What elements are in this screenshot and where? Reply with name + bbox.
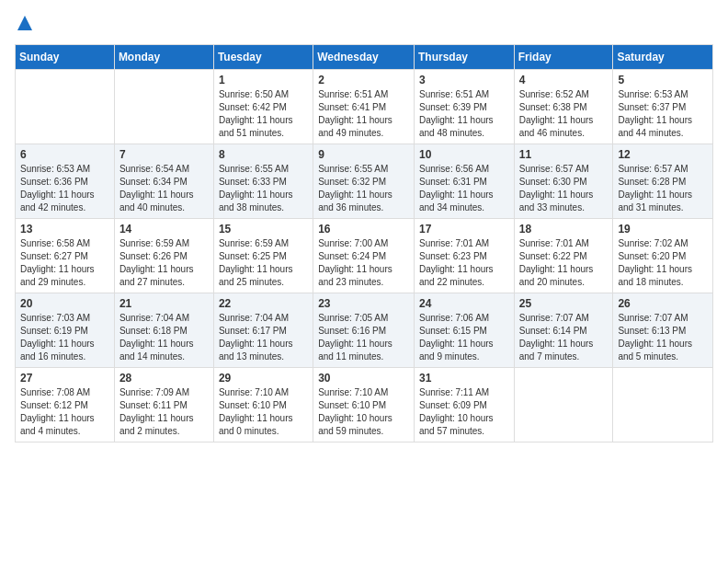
day-info: Sunrise: 6:52 AM Sunset: 6:38 PM Dayligh…: [519, 88, 609, 140]
day-info: Sunrise: 7:05 AM Sunset: 6:16 PM Dayligh…: [318, 312, 409, 363]
day-info: Sunrise: 7:10 AM Sunset: 6:10 PM Dayligh…: [219, 386, 308, 438]
calendar-cell: 29 Sunrise: 7:10 AM Sunset: 6:10 PM Dayl…: [213, 368, 313, 442]
logo: [15, 15, 33, 35]
day-number: 19: [618, 223, 708, 236]
day-info: Sunrise: 7:01 AM Sunset: 6:23 PM Dayligh…: [419, 237, 509, 289]
sunset: Sunset: 6:18 PM: [119, 326, 188, 336]
daylight: Daylight: 11 hours and 4 minutes.: [20, 413, 95, 436]
sunrise: Sunrise: 7:04 AM: [119, 313, 189, 323]
sunrise: Sunrise: 6:57 AM: [618, 164, 688, 174]
day-info: Sunrise: 6:57 AM Sunset: 6:30 PM Dayligh…: [519, 163, 609, 214]
calendar-cell: 14 Sunrise: 6:59 AM Sunset: 6:26 PM Dayl…: [114, 219, 213, 293]
sunrise: Sunrise: 7:10 AM: [318, 387, 388, 397]
day-info: Sunrise: 7:11 AM Sunset: 6:09 PM Dayligh…: [419, 386, 509, 438]
calendar-cell: 13 Sunrise: 6:58 AM Sunset: 6:27 PM Dayl…: [16, 219, 115, 293]
day-number: 10: [419, 148, 509, 161]
day-info: Sunrise: 7:01 AM Sunset: 6:22 PM Dayligh…: [519, 237, 609, 289]
day-info: Sunrise: 6:51 AM Sunset: 6:39 PM Dayligh…: [419, 88, 509, 140]
daylight: Daylight: 11 hours and 44 minutes.: [618, 115, 692, 138]
day-number: 3: [419, 74, 509, 86]
sunset: Sunset: 6:33 PM: [219, 177, 287, 187]
daylight: Daylight: 11 hours and 14 minutes.: [119, 339, 194, 362]
sunset: Sunset: 6:27 PM: [20, 251, 88, 261]
calendar-cell: 16 Sunrise: 7:00 AM Sunset: 6:24 PM Dayl…: [313, 219, 415, 293]
sunset: Sunset: 6:22 PM: [519, 251, 587, 261]
sunset: Sunset: 6:20 PM: [618, 251, 686, 261]
calendar-cell: 17 Sunrise: 7:01 AM Sunset: 6:23 PM Dayl…: [414, 219, 514, 293]
sunrise: Sunrise: 6:59 AM: [119, 238, 189, 248]
daylight: Daylight: 11 hours and 29 minutes.: [20, 264, 95, 287]
daylight: Daylight: 11 hours and 46 minutes.: [519, 115, 594, 138]
sunrise: Sunrise: 7:05 AM: [318, 313, 388, 323]
calendar-cell: 21 Sunrise: 7:04 AM Sunset: 6:18 PM Dayl…: [114, 293, 213, 368]
calendar-header-row: SundayMondayTuesdayWednesdayThursdayFrid…: [16, 45, 713, 70]
calendar-cell: 4 Sunrise: 6:52 AM Sunset: 6:38 PM Dayli…: [514, 70, 613, 144]
sunrise: Sunrise: 7:06 AM: [419, 313, 489, 323]
day-number: 16: [318, 223, 409, 236]
day-info: Sunrise: 7:06 AM Sunset: 6:15 PM Dayligh…: [419, 312, 509, 363]
daylight: Daylight: 11 hours and 9 minutes.: [419, 339, 494, 362]
header-tuesday: Tuesday: [213, 45, 313, 70]
sunset: Sunset: 6:19 PM: [20, 326, 88, 336]
daylight: Daylight: 11 hours and 25 minutes.: [219, 264, 293, 287]
day-number: 11: [519, 148, 609, 161]
day-number: 5: [618, 74, 708, 86]
daylight: Daylight: 11 hours and 51 minutes.: [219, 115, 293, 138]
header-saturday: Saturday: [613, 45, 713, 70]
calendar-cell: 22 Sunrise: 7:04 AM Sunset: 6:17 PM Dayl…: [213, 293, 313, 368]
calendar-cell: 30 Sunrise: 7:10 AM Sunset: 6:10 PM Dayl…: [313, 368, 415, 442]
daylight: Daylight: 11 hours and 2 minutes.: [119, 413, 194, 436]
calendar-cell: 19 Sunrise: 7:02 AM Sunset: 6:20 PM Dayl…: [613, 219, 713, 293]
day-info: Sunrise: 7:08 AM Sunset: 6:12 PM Dayligh…: [20, 386, 109, 438]
day-number: 24: [419, 297, 509, 310]
sunset: Sunset: 6:11 PM: [119, 400, 188, 410]
calendar-table: SundayMondayTuesdayWednesdayThursdayFrid…: [15, 44, 713, 442]
header-friday: Friday: [514, 45, 613, 70]
calendar-cell: 1 Sunrise: 6:50 AM Sunset: 6:42 PM Dayli…: [213, 70, 313, 144]
calendar-cell: 2 Sunrise: 6:51 AM Sunset: 6:41 PM Dayli…: [313, 70, 415, 144]
sunrise: Sunrise: 6:54 AM: [119, 164, 189, 174]
sunset: Sunset: 6:41 PM: [318, 102, 386, 112]
header-wednesday: Wednesday: [313, 45, 415, 70]
day-number: 18: [519, 223, 609, 236]
day-number: 21: [119, 297, 209, 310]
sunrise: Sunrise: 6:58 AM: [20, 238, 90, 248]
sunrise: Sunrise: 7:07 AM: [519, 313, 589, 323]
day-info: Sunrise: 7:00 AM Sunset: 6:24 PM Dayligh…: [318, 237, 409, 289]
daylight: Daylight: 11 hours and 18 minutes.: [618, 264, 692, 287]
calendar-cell: 26 Sunrise: 7:07 AM Sunset: 6:13 PM Dayl…: [613, 293, 713, 368]
day-number: 13: [20, 223, 109, 236]
calendar-cell: [114, 70, 213, 144]
calendar-cell: 28 Sunrise: 7:09 AM Sunset: 6:11 PM Dayl…: [114, 368, 213, 442]
day-number: 27: [20, 372, 109, 385]
daylight: Daylight: 11 hours and 42 minutes.: [20, 190, 95, 213]
day-number: 17: [419, 223, 509, 236]
sunrise: Sunrise: 6:50 AM: [219, 89, 289, 99]
sunrise: Sunrise: 7:10 AM: [219, 387, 289, 397]
calendar-cell: 12 Sunrise: 6:57 AM Sunset: 6:28 PM Dayl…: [613, 144, 713, 219]
sunset: Sunset: 6:28 PM: [618, 177, 686, 187]
day-number: 28: [119, 372, 209, 385]
day-info: Sunrise: 6:50 AM Sunset: 6:42 PM Dayligh…: [219, 88, 308, 140]
day-info: Sunrise: 6:53 AM Sunset: 6:36 PM Dayligh…: [20, 163, 109, 214]
logo-icon: [17, 15, 33, 31]
day-number: 26: [618, 297, 708, 310]
calendar-week-row: 1 Sunrise: 6:50 AM Sunset: 6:42 PM Dayli…: [16, 70, 713, 144]
daylight: Daylight: 11 hours and 7 minutes.: [519, 339, 594, 362]
sunset: Sunset: 6:14 PM: [519, 326, 587, 336]
daylight: Daylight: 11 hours and 11 minutes.: [318, 339, 392, 362]
sunrise: Sunrise: 6:53 AM: [20, 164, 90, 174]
calendar-cell: 25 Sunrise: 7:07 AM Sunset: 6:14 PM Dayl…: [514, 293, 613, 368]
sunset: Sunset: 6:37 PM: [618, 102, 686, 112]
sunrise: Sunrise: 7:04 AM: [219, 313, 289, 323]
sunset: Sunset: 6:32 PM: [318, 177, 386, 187]
day-number: 25: [519, 297, 609, 310]
sunrise: Sunrise: 6:51 AM: [318, 89, 388, 99]
calendar-cell: 24 Sunrise: 7:06 AM Sunset: 6:15 PM Dayl…: [414, 293, 514, 368]
day-number: 22: [219, 297, 308, 310]
calendar-cell: 3 Sunrise: 6:51 AM Sunset: 6:39 PM Dayli…: [414, 70, 514, 144]
daylight: Daylight: 11 hours and 5 minutes.: [618, 339, 692, 362]
sunrise: Sunrise: 7:07 AM: [618, 313, 688, 323]
day-number: 2: [318, 74, 409, 86]
calendar-week-row: 20 Sunrise: 7:03 AM Sunset: 6:19 PM Dayl…: [16, 293, 713, 368]
